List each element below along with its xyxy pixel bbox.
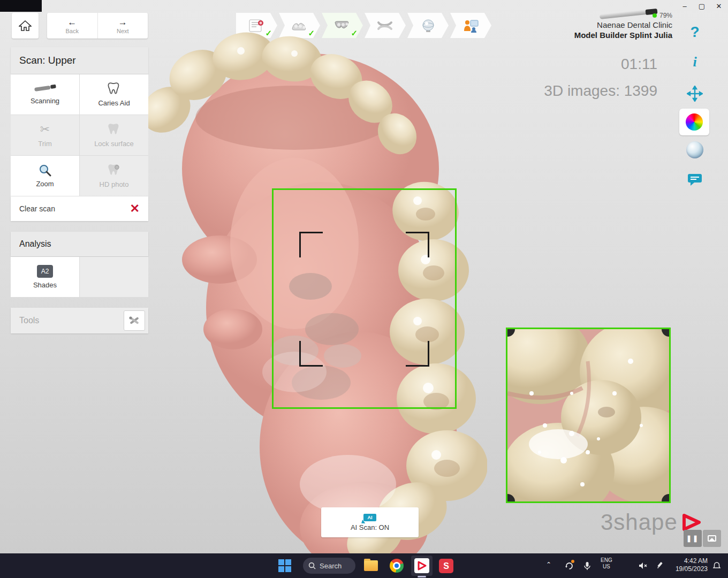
move-arrows-icon [687,86,703,102]
scanning-label: Scanning [31,97,59,105]
clock-date: 19/05/2023 [676,565,708,573]
texture-toggle-button[interactable] [684,139,706,161]
hd-photo-label: HD photo [100,180,129,188]
zoom-magnifier-icon [39,164,51,177]
info-button[interactable]: i [684,51,706,73]
lock-surface-icon [107,123,121,136]
maximize-button[interactable]: ▢ [696,1,708,12]
language-bottom: US [601,564,612,570]
focus-bracket-bottom-right [406,341,429,367]
tools-icon [128,314,141,327]
scanner-battery-icon [653,13,657,18]
tools-section-title: Tools [19,316,39,325]
ai-scan-toggle[interactable]: AI AI Scan: ON [321,507,419,537]
trim-label: Trim [38,140,52,148]
sphere-icon [686,141,703,158]
scanner-battery-percent: 79% [659,12,672,19]
chat-bubble-icon [687,173,703,187]
help-icon: ? [690,24,699,41]
brand-logo-triangle-icon [681,513,702,531]
tools-section: Tools [11,308,148,333]
help-button[interactable]: ? [684,21,706,43]
app-window: { "window": { "minimize": "–", "maximize… [0,0,728,578]
pen-tray-icon[interactable] [654,560,666,572]
color-wheel-icon [686,113,703,131]
caries-tooth-icon [107,82,121,96]
panel-title: Scan: Upper [11,47,148,74]
home-button[interactable] [12,13,39,39]
scanning-button[interactable]: Scanning [11,74,79,115]
pause-icon: ❚❚ [686,535,699,542]
back-label: Back [66,28,79,34]
camera-feed-image [507,329,669,501]
update-tray-icon[interactable] [563,560,575,572]
close-button[interactable]: ✕ [713,1,725,12]
window-controls: – ▢ ✕ [679,1,725,12]
analysis-section-title: Analysis [11,232,148,256]
update-badge [571,560,574,563]
nav-card: ← Back → Next [47,13,148,39]
caries-aid-label: Caries Aid [98,99,130,107]
snapshot-button[interactable] [703,530,721,547]
scissors-icon: ✂ [40,123,50,136]
chrome-button[interactable] [390,559,404,573]
clear-scan-x-icon: ✕ [130,203,140,215]
clear-scan-label: Clear scan [19,204,55,213]
scan-panel: Scan: Upper Scanning Caries Aid ✂ Trim L… [11,47,148,333]
info-icon: i [693,54,696,70]
caries-aid-button[interactable]: Caries Aid [80,74,148,115]
scan-image-count: 3D images: 1399 [544,82,657,100]
shades-button[interactable]: A2 Shades [11,257,79,297]
focus-bracket-top-right [406,232,429,257]
taskbar: Search S ⌃ ENG US 4:42 AM 19/05/2023 [0,553,728,578]
3shape-app-button[interactable] [411,556,433,576]
zoom-label: Zoom [36,180,54,188]
focus-bracket-top-left [299,232,323,257]
next-label: Next [117,28,129,34]
start-button[interactable] [278,559,291,572]
media-controls: ❚❚ [684,530,721,547]
clear-scan-button[interactable]: Clear scan ✕ [11,196,148,221]
live-camera-preview [506,328,671,503]
scanner-icon [33,84,57,94]
3shape-app-icon [414,558,429,573]
back-button[interactable]: ← Back [47,13,97,39]
case-name: Model Builder Splint Julia [574,31,672,40]
search-icon [308,562,316,569]
active-scan-frame [272,188,457,409]
tools-button[interactable] [124,310,145,331]
next-arrow-icon: → [118,18,127,27]
volume-tray-icon[interactable] [637,560,649,572]
color-tool-button[interactable] [679,109,709,135]
taskbar-clock[interactable]: 4:42 AM 19/05/2023 [676,557,708,573]
language-top: ENG [601,557,612,564]
feedback-button[interactable] [684,169,706,191]
lock-surface-button[interactable]: Lock surface [80,115,148,155]
hd-photo-button[interactable]: HD photo [80,156,148,196]
snapshot-icon [708,535,716,542]
hd-photo-icon [107,163,121,177]
scan-timer: 01:11 [621,56,657,73]
ai-scan-label: AI Scan: ON [351,523,389,531]
zoom-button[interactable]: Zoom [11,156,79,196]
move-view-button[interactable] [684,83,706,104]
taskbar-search[interactable]: Search [303,558,355,574]
s-app-button[interactable]: S [439,559,453,573]
lock-surface-label: Lock surface [94,140,134,148]
case-info: 79% Naenae Dental Clinic Model Builder S… [574,12,672,40]
tray-chevron-icon[interactable]: ⌃ [546,561,551,568]
language-switcher[interactable]: ENG US [601,557,612,570]
clinic-name: Naenae Dental Clinic [574,20,672,29]
ai-scan-icon: AI [363,514,376,521]
shade-value-badge: A2 [37,265,53,278]
trim-button[interactable]: ✂ Trim [11,115,79,155]
clock-time: 4:42 AM [676,557,708,565]
notification-bell-icon[interactable] [711,560,723,572]
pause-scan-button[interactable]: ❚❚ [684,530,702,547]
home-icon [19,20,32,32]
window-corner [0,0,42,12]
file-explorer-button[interactable] [364,560,378,571]
brand-logo-text: 3shape [601,509,678,535]
minimize-button[interactable]: – [679,1,691,12]
microphone-tray-icon[interactable] [581,560,593,572]
